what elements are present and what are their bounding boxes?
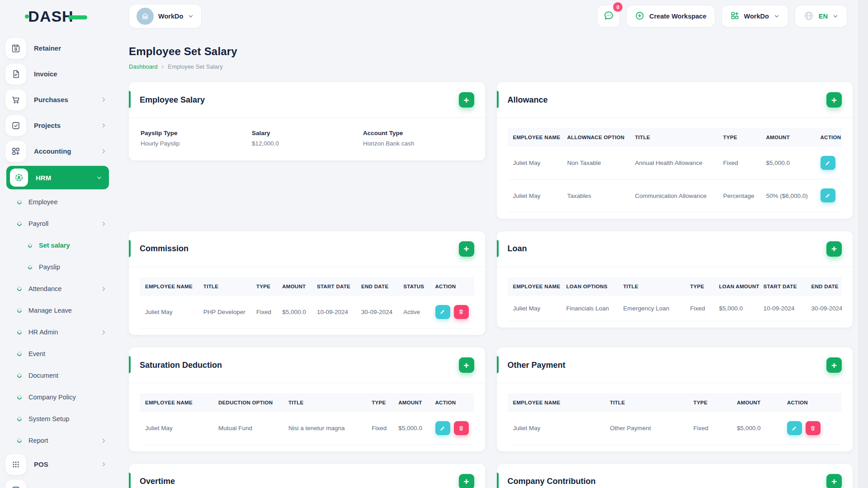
column-header: Employee Name xyxy=(508,277,561,296)
sidebar-item-attendance[interactable]: Attendance xyxy=(0,278,115,300)
table-cell: Fixed xyxy=(688,412,731,445)
sidebar-item-label: Document xyxy=(28,372,107,379)
page-scrollbar[interactable] xyxy=(858,0,868,488)
sidebar-item-hrm[interactable]: HRM xyxy=(6,166,109,189)
data-table: Employee NameDeduction OptionTitleTypeAm… xyxy=(140,393,474,445)
sidebar-item-payroll[interactable]: Payroll xyxy=(0,213,115,235)
column-header: Type xyxy=(688,393,731,412)
chevron-right-icon xyxy=(100,96,107,103)
workspace-menu-button[interactable]: WorkDo xyxy=(722,5,788,28)
language-selector[interactable]: EN xyxy=(795,5,847,28)
column-header: Deduction Option xyxy=(213,393,283,412)
add-other-payment-button[interactable]: + xyxy=(826,357,842,373)
delete-button[interactable] xyxy=(454,421,469,435)
column-header: Loan Amount xyxy=(714,277,758,296)
card-allowance: Allowance + Employee NameAllownace Optio… xyxy=(497,82,853,219)
workspace-selector[interactable]: WorkDo xyxy=(129,4,202,28)
chevron-right-icon xyxy=(100,461,107,468)
add-allowance-button[interactable]: + xyxy=(826,92,842,108)
sidebar-item-invoice[interactable]: Invoice xyxy=(0,61,115,87)
commission-table: Employee NameTitleTypeAmountStart DateEn… xyxy=(140,277,474,329)
add-saturation-deduction-button[interactable]: + xyxy=(459,357,474,373)
sidebar-item-set-salary[interactable]: Set salary xyxy=(0,235,115,256)
sidebar-item-label: Report xyxy=(28,437,100,444)
employee-salary-fields: Payslip TypeHourly PayslipSalary$12,000.… xyxy=(129,118,485,160)
sidebar-item-label: Set salary xyxy=(39,242,107,249)
bullet-ring-icon xyxy=(27,264,33,270)
action-cell xyxy=(430,296,474,328)
sidebar-item-pos[interactable]: POS xyxy=(0,451,115,477)
sidebar-item-crm[interactable]: CRM xyxy=(0,477,115,488)
action-cell xyxy=(430,412,474,445)
card-overtime: Overtime + xyxy=(129,464,485,488)
table-cell: $5,000.0 xyxy=(714,296,758,321)
table-cell: Emergency Loan xyxy=(618,296,685,321)
sidebar-item-hr-admin[interactable]: HR Admin xyxy=(0,321,115,343)
add-overtime-button[interactable]: + xyxy=(459,474,474,488)
sidebar-item-projects[interactable]: Projects xyxy=(0,113,115,138)
sidebar-item-system-setup[interactable]: System Setup xyxy=(0,408,115,430)
sidebar-item-payslip[interactable]: Payslip xyxy=(0,256,115,278)
table-cell: Fixed xyxy=(718,147,761,179)
card-header: Other Payment + xyxy=(497,347,853,383)
table-cell: Juliet May xyxy=(140,412,213,445)
table-cell: 30-09-2024 xyxy=(356,296,398,328)
delete-button[interactable] xyxy=(806,421,821,435)
sidebar-item-accounting[interactable]: Accounting xyxy=(0,138,115,164)
table-cell: Other Payment xyxy=(604,412,688,445)
app-logo[interactable]: DASH xyxy=(28,8,87,25)
hrm-orbit-icon xyxy=(10,169,28,187)
sidebar-item-label: Payslip xyxy=(39,263,107,271)
column-header: Employee Name xyxy=(140,393,213,412)
add-loan-button[interactable]: + xyxy=(826,241,842,257)
create-workspace-label: Create Workspace xyxy=(649,13,706,20)
column-header: Action xyxy=(815,128,842,147)
column-header: Action xyxy=(430,393,474,412)
sidebar-item-retainer[interactable]: Retainer xyxy=(0,35,115,61)
edit-button[interactable] xyxy=(787,421,802,435)
data-table: Employee NameTitleTypeAmountStart DateEn… xyxy=(140,277,474,329)
card-employee-salary: Employee Salary + Payslip TypeHourly Pay… xyxy=(129,82,485,160)
edit-button[interactable] xyxy=(435,421,450,435)
crm-icon xyxy=(5,480,26,488)
bullet-ring-icon xyxy=(16,329,23,335)
messages-button[interactable]: 0 xyxy=(597,5,620,28)
column-header: Status xyxy=(398,277,429,296)
grid-plus-icon xyxy=(730,11,740,22)
delete-button[interactable] xyxy=(454,305,469,319)
other-payment-table: Employee NameTitleTypeAmountActionJuliet… xyxy=(508,393,842,445)
sidebar-item-report[interactable]: Report xyxy=(0,430,115,451)
sidebar-item-manage-leave[interactable]: Manage Leave xyxy=(0,300,115,321)
table-cell: Fixed xyxy=(251,296,277,328)
column-header: Start Date xyxy=(758,277,806,296)
breadcrumb-dashboard-link[interactable]: Dashboard xyxy=(129,63,158,70)
sidebar: RetainerInvoicePurchasesProjectsAccounti… xyxy=(0,33,115,488)
sidebar-item-label: Payroll xyxy=(28,220,100,227)
sidebar-item-employee[interactable]: Employee xyxy=(0,191,115,213)
table-row: Juliet MayTaxablesCommunication Allowanc… xyxy=(508,179,842,212)
table-cell: Financials Loan xyxy=(561,296,618,321)
chevron-down-icon xyxy=(188,13,194,19)
chevron-right-icon xyxy=(100,122,107,129)
edit-button[interactable] xyxy=(435,305,450,319)
bullet-ring-icon xyxy=(16,307,23,314)
sidebar-item-document[interactable]: Document xyxy=(0,365,115,386)
edit-button[interactable] xyxy=(821,156,835,170)
grid-plus-icon xyxy=(5,141,26,162)
sidebar-item-company-policy[interactable]: Company Policy xyxy=(0,386,115,408)
chat-bubble-icon xyxy=(603,10,614,23)
add-commission-button[interactable]: + xyxy=(459,241,474,257)
card-header: Allowance + xyxy=(497,82,853,118)
card-header: Saturation Deduction + xyxy=(129,347,485,383)
sidebar-item-purchases[interactable]: Purchases xyxy=(0,87,115,113)
sidebar-item-label: Accounting xyxy=(34,147,100,155)
add-employee-salary-button[interactable]: + xyxy=(459,92,474,108)
edit-button[interactable] xyxy=(821,188,835,202)
sidebar-item-event[interactable]: Event xyxy=(0,343,115,365)
messages-badge: 0 xyxy=(613,2,623,12)
create-workspace-button[interactable]: Create Workspace xyxy=(626,5,715,28)
chevron-down-icon xyxy=(96,174,103,181)
add-company-contribution-button[interactable]: + xyxy=(826,474,842,488)
card-header: Overtime + xyxy=(129,464,485,488)
sidebar-item-label: Attendance xyxy=(28,285,100,292)
